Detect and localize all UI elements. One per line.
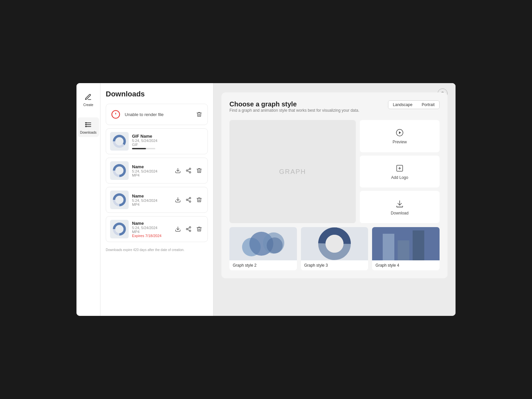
svg-point-48	[267, 237, 283, 253]
svg-point-12	[116, 138, 122, 144]
add-logo-icon	[395, 163, 405, 173]
svg-rect-52	[383, 234, 394, 260]
sidebar-item-downloads-label: Downloads	[80, 131, 96, 134]
mp4-1-download-button[interactable]	[174, 166, 182, 175]
style-2-thumb	[229, 227, 297, 260]
mp4-1-meta: 5:24, 5/24/2024	[132, 169, 170, 173]
preview-icon	[395, 128, 405, 138]
style-2-label: Graph style 2	[229, 260, 297, 270]
mp4-3-delete-button[interactable]	[195, 225, 203, 233]
downloads-icon	[83, 120, 93, 129]
mp4-3-expires: Expires 7/18/2024	[132, 234, 170, 238]
mp4-2-share-button[interactable]	[184, 196, 193, 204]
gif-format: GIF	[132, 143, 203, 147]
svg-point-33	[116, 226, 122, 232]
portrait-button[interactable]: Portrait	[417, 101, 439, 109]
download-mp4-1-item: Name 5:24, 5/24/2024 MP4	[106, 158, 208, 184]
download-icon	[395, 199, 405, 209]
error-icon	[110, 109, 121, 120]
svg-line-38	[188, 229, 189, 230]
mp4-3-format: MP4	[132, 230, 170, 234]
svg-rect-5	[85, 124, 87, 125]
chooser-title-block: Choose a graph style Find a graph and an…	[229, 100, 359, 118]
mp4-3-actions	[174, 225, 203, 233]
error-delete-button[interactable]	[195, 110, 203, 119]
svg-rect-4	[85, 122, 87, 124]
mp4-1-name: Name	[132, 164, 170, 169]
sidebar-item-create-label: Create	[83, 103, 93, 107]
gif-meta: 5:24, 5/24/2024	[132, 139, 203, 143]
landscape-button[interactable]: Landscape	[388, 101, 417, 109]
svg-rect-54	[413, 230, 424, 260]
mp4-3-meta: 5:24, 5/24/2024	[132, 226, 170, 230]
sidebar-item-downloads[interactable]: Downloads	[77, 117, 99, 137]
chooser-title: Choose a graph style	[229, 100, 359, 108]
gif-info: GIF Name 5:24, 5/24/2024 GIF	[132, 134, 203, 149]
add-logo-action-card[interactable]: Add Logo	[360, 156, 440, 188]
svg-line-30	[188, 199, 189, 200]
gif-name: GIF Name	[132, 134, 203, 139]
chooser-header: Choose a graph style Find a graph and an…	[229, 100, 440, 118]
svg-line-29	[188, 200, 189, 201]
svg-line-39	[188, 228, 189, 229]
style-3-thumb	[301, 227, 368, 260]
error-text: Unable to render file	[125, 112, 192, 117]
style-4-label: Graph style 4	[372, 260, 440, 270]
graph-grid: GRAPH Preview	[229, 120, 440, 223]
create-icon	[83, 92, 93, 102]
graph-actions-col: Preview Add Logo	[360, 120, 440, 223]
add-logo-label: Add Logo	[391, 175, 408, 180]
style-card-2[interactable]: Graph style 2	[229, 227, 297, 270]
preview-label: Preview	[393, 140, 407, 144]
svg-marker-41	[399, 131, 401, 134]
mp4-2-delete-button[interactable]	[195, 196, 203, 204]
mp4-3-name: Name	[132, 221, 170, 226]
svg-line-20	[188, 171, 189, 172]
mp4-1-delete-button[interactable]	[195, 166, 203, 175]
download-error-item: Unable to render file	[106, 104, 208, 125]
app-window: Create Downloads Downloads	[76, 83, 456, 316]
sidebar-item-create[interactable]: Create	[80, 90, 96, 109]
mp4-3-info: Name 5:24, 5/24/2024 MP4 Expires 7/18/20…	[132, 221, 170, 238]
mp4-1-thumbnail	[110, 161, 129, 180]
download-mp4-3-item: Name 5:24, 5/24/2024 MP4 Expires 7/18/20…	[106, 216, 208, 242]
mp4-2-actions	[174, 196, 203, 204]
preview-action-card[interactable]: Preview	[360, 120, 440, 152]
mp4-2-info: Name 5:24, 5/24/2024 MP4	[132, 194, 170, 206]
mp4-2-thumbnail	[110, 191, 129, 209]
orientation-buttons: Landscape Portrait	[388, 100, 440, 109]
style-3-label: Graph style 3	[301, 260, 368, 270]
download-gif-item: GIF Name 5:24, 5/24/2024 GIF	[106, 128, 208, 154]
svg-line-21	[188, 169, 189, 170]
gif-thumbnail	[110, 132, 129, 151]
panel-title: Downloads	[106, 90, 208, 98]
mp4-2-format: MP4	[132, 202, 170, 206]
mp4-2-name: Name	[132, 194, 170, 199]
gif-progress-bar	[132, 148, 146, 149]
mp4-1-share-button[interactable]	[184, 166, 193, 175]
mp4-1-format: MP4	[132, 173, 170, 177]
download-action-card[interactable]: Download	[360, 191, 440, 223]
style-card-3[interactable]: Graph style 3	[301, 227, 368, 270]
svg-rect-53	[398, 240, 409, 260]
style-row: Graph style 2 Graph style 3	[229, 227, 440, 270]
mp4-1-info: Name 5:24, 5/24/2024 MP4	[132, 164, 170, 177]
download-label: Download	[391, 211, 408, 215]
mp4-3-download-button[interactable]	[174, 225, 182, 233]
sidebar: Create Downloads	[76, 83, 100, 316]
mp4-3-share-button[interactable]	[184, 225, 193, 233]
svg-point-24	[116, 197, 122, 203]
graph-chooser: Choose a graph style Find a graph and an…	[221, 92, 448, 278]
gif-progress-bar-container	[132, 148, 155, 149]
svg-point-15	[116, 168, 122, 174]
main-content: ? Choose a graph style Find a graph and …	[213, 83, 456, 316]
svg-rect-6	[85, 126, 87, 127]
svg-point-51	[326, 235, 343, 253]
mp4-2-meta: 5:24, 5/24/2024	[132, 199, 170, 202]
style-4-thumb	[372, 227, 440, 260]
expire-note: Downloads expire 420 days after the date…	[106, 248, 208, 252]
style-card-4[interactable]: Graph style 4	[372, 227, 440, 270]
downloads-panel: Downloads Unable to render file	[100, 83, 213, 316]
mp4-3-thumbnail	[110, 220, 129, 238]
mp4-2-download-button[interactable]	[174, 196, 182, 204]
